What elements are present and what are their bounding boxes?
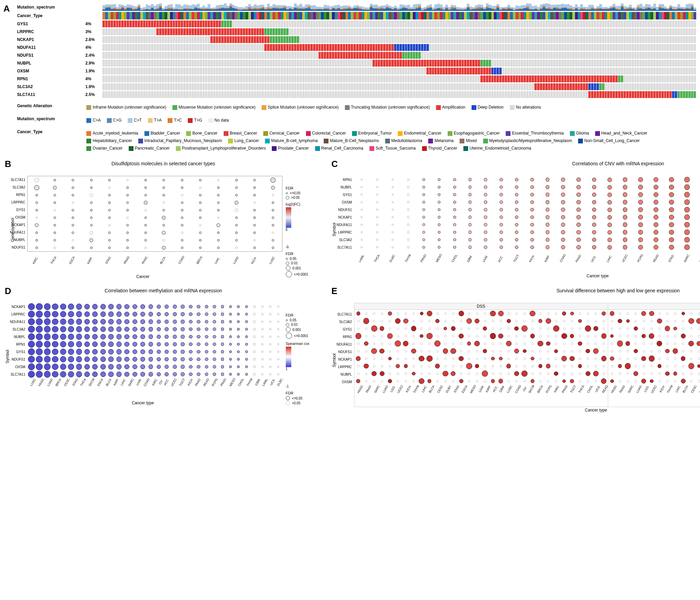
legend-item: Myelodysplastic/Myeloproliferative_Neopl… xyxy=(483,138,572,143)
onco-row-slc3a2: SLC3A2 1.9% xyxy=(3,83,697,90)
x-tick-label: KICH xyxy=(187,378,193,387)
legend-item: Inframe Mutation (unknown significance) xyxy=(86,105,166,110)
panel-e-label: E xyxy=(332,286,337,296)
survival-half-dss: DSSHNSCPAADSARCLUADLGGUCECKICHTHYMLIHCBL… xyxy=(354,303,608,407)
legend-item: Truncating Mutation (unknown significanc… xyxy=(345,105,430,110)
legend-item: Breast_Cancer xyxy=(224,131,257,136)
legend-item: Bone_Cancer xyxy=(186,131,217,136)
panel-a: A Mutation_spectrum Cancer_Type GYS1 4% … xyxy=(3,3,697,152)
mutation-spectrum-row: Mutation_spectrum xyxy=(3,3,697,11)
legend-item: C>T xyxy=(128,118,142,123)
panel-c-title: Correlations of CNV with mRNA expression xyxy=(330,161,700,166)
panel-d-label: D xyxy=(5,286,11,296)
legend-item: Acute_myeloid_leukemia xyxy=(86,131,138,136)
legend-item: Embryonal_Tumor xyxy=(352,131,392,136)
mutation-spectrum-legend: Mutation_spectrum C>AC>GC>TT>AT>CT>GNo d… xyxy=(17,116,697,124)
panel-b-title: Disulfidptosis molecules in selected can… xyxy=(3,161,323,166)
y-tick-label: NUBPL xyxy=(330,183,353,191)
y-axis-label: Symbol xyxy=(5,350,10,363)
legend-item: No alterations xyxy=(510,105,541,110)
legend-item: Glioma xyxy=(570,131,589,136)
bubble-grid xyxy=(27,303,282,378)
legend-item: Soft_Tissue_Sarcoma xyxy=(369,146,416,151)
legend-item: Thyroid_Cancer xyxy=(422,146,457,151)
onco-row-ndufa11: NDUFA11 4% xyxy=(3,44,697,51)
legend-item: T>C xyxy=(168,118,182,123)
legend-item: Pancreatic_Cancer xyxy=(129,146,170,151)
x-tick-label: CHOL xyxy=(237,378,244,387)
gene-label: SLC3A2 xyxy=(3,84,85,89)
legend-item: T>A xyxy=(148,118,162,123)
x-tick-label: PAAD xyxy=(194,378,201,387)
legend-item: Medulloblastoma xyxy=(385,138,422,143)
legend-item: Posttransplant_Lymphoproliferative_Disor… xyxy=(176,146,266,151)
panel-e: E Survival difference between high and l… xyxy=(330,286,700,413)
legend-item: Ovarian_Cancer xyxy=(86,146,122,151)
x-tick-label: THYM xyxy=(246,378,253,387)
onco-row-gys1: GYS1 4% xyxy=(3,20,697,27)
panel-e-title: Survival difference between high and low… xyxy=(330,288,700,293)
legend-item: Mature_B-cell_lymphoma xyxy=(265,138,318,143)
x-tick-label: UVM xyxy=(136,378,142,386)
legend-item: Mixed xyxy=(460,138,477,143)
cancer-type-track xyxy=(102,12,697,19)
legend-item: Splice Mutation (unknown significance) xyxy=(262,105,338,110)
x-tick-label: UCS xyxy=(269,379,275,386)
x-tick-label: BLCA xyxy=(105,378,112,387)
legend-item: Endometrial_Cancer xyxy=(398,131,441,136)
x-tick-label: OV xyxy=(158,379,163,385)
onco-row-lrpprc: LRPPRC 3% xyxy=(3,28,697,35)
y-tick-label: NCKAP1 xyxy=(3,303,27,310)
x-tick-label: SKCM xyxy=(88,378,96,387)
gene-pct: 2.9% xyxy=(85,61,102,66)
onco-row-ndufs1: NDUFS1 2.4% xyxy=(3,52,697,59)
x-tick-label: UCEC xyxy=(170,378,177,387)
mutation-spectrum-track xyxy=(102,3,697,11)
x-tick-label: ESCA xyxy=(97,378,104,387)
y-axis-label: Symbol xyxy=(332,223,337,236)
x-tick-label: KIRP xyxy=(113,378,120,386)
cancer-type-row: Cancer_Type xyxy=(3,12,697,19)
y-tick-label: LRPPRC xyxy=(3,310,27,318)
legend-item: T>G xyxy=(188,118,202,123)
legend-item: Melanoma xyxy=(428,138,453,143)
gene-pct: 4% xyxy=(85,45,102,50)
x-tick-label: STAD xyxy=(71,378,78,387)
gene-pct: 2.5% xyxy=(85,92,102,97)
gene-pct: 1.9% xyxy=(85,69,102,73)
gene-pct: 2.6% xyxy=(85,37,102,42)
legend-item: Deep Deletion xyxy=(472,105,504,110)
legend-item: No data xyxy=(208,118,229,123)
legend-item: C>G xyxy=(107,118,122,123)
y-tick-label: OXSM xyxy=(3,363,27,371)
legend-item: Missense Mutation (unknown significance) xyxy=(172,105,255,110)
gene-label: NDUFA11 xyxy=(3,45,85,50)
x-axis-label: Cancer xyxy=(3,274,282,279)
x-tick-label: LUSC xyxy=(29,378,37,387)
legend-item: Renal_Cell_Carcinoma xyxy=(315,146,363,151)
x-tick-label: KIRC xyxy=(151,378,158,387)
onco-row-oxsm: OXSM 1.9% xyxy=(3,68,697,74)
y-tick-label: GYS1 xyxy=(3,206,27,213)
x-axis-label: Cancer type xyxy=(330,274,700,278)
panel-d: D Correlation between methylation and mR… xyxy=(3,286,323,413)
onco-row-rpn1: RPN1 4% xyxy=(3,75,697,82)
y-tick-label: LRPPRC xyxy=(3,198,27,206)
gene-label: LRPPRC xyxy=(3,29,85,34)
x-tick-label: PRAD xyxy=(220,378,227,387)
legend-item: Prostate_Cancer xyxy=(272,146,309,151)
panel-b-label: B xyxy=(5,159,11,169)
gene-pct: 4% xyxy=(85,22,102,26)
y-tick-label: SLC3A2 xyxy=(3,325,27,333)
x-tick-label: ACC xyxy=(163,379,169,386)
legend-item: Intraductal_Papillary_Mucinous_Neoplasm xyxy=(138,138,222,143)
x-tick-label: PCPG xyxy=(211,378,218,387)
side-legend: FDR<=0.05>0.05log2(FC)6-6FDR0.050.010.00… xyxy=(286,186,323,278)
x-tick-label: THCA xyxy=(80,378,87,387)
bubble-grid xyxy=(27,176,282,252)
legend-item: Essential_Thrombocythemia xyxy=(506,131,563,136)
panel-c: C Correlations of CNV with mRNA expressi… xyxy=(330,159,700,279)
cancer-type-legend: Cancer_Type Acute_myeloid_leukemiaBladde… xyxy=(17,129,697,152)
gene-pct: 4% xyxy=(85,76,102,81)
y-tick-label: OXSM xyxy=(330,198,353,206)
